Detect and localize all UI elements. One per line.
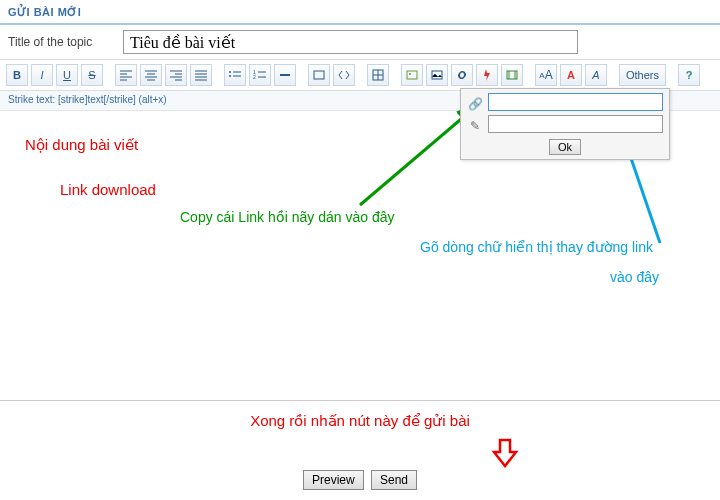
svg-point-1 [229, 75, 231, 77]
annotation-link-dl: Link download [60, 181, 156, 198]
svg-point-7 [409, 73, 411, 75]
send-button[interactable]: Send [371, 470, 417, 490]
link-popup: 🔗 ✎ Ok [460, 88, 670, 160]
red-arrow-icon [490, 438, 520, 468]
quote-button[interactable] [308, 64, 330, 86]
bold-button[interactable]: B [6, 64, 28, 86]
annotation-content: Nội dung bài viết [25, 136, 138, 154]
underline-button[interactable]: U [56, 64, 78, 86]
flash-button[interactable] [476, 64, 498, 86]
align-center-button[interactable] [140, 64, 162, 86]
strike-button[interactable]: S [81, 64, 103, 86]
footer-buttons: Preview Send [0, 470, 720, 490]
list-bullet-button[interactable] [224, 64, 246, 86]
annotation-copy: Copy cái Link hồi nãy dán vào đây [180, 209, 394, 225]
image-button[interactable] [426, 64, 448, 86]
svg-rect-4 [314, 71, 324, 79]
hr-button[interactable] [274, 64, 296, 86]
image-host-button[interactable] [401, 64, 423, 86]
align-left-button[interactable] [115, 64, 137, 86]
toolbar: B I U S 12 AA A A Others ? [0, 60, 720, 91]
annotation-type: Gõ dòng chữ hiển thị thay đường link [420, 239, 653, 255]
link-icon: 🔗 [465, 97, 485, 111]
annotation-send: Xong rồi nhấn nút này để gửi bài [0, 412, 720, 430]
panel-header: GỬI BÀI MỚI [0, 0, 720, 25]
title-row: Title of the topic [0, 25, 720, 60]
link-button[interactable] [451, 64, 473, 86]
font-family-button[interactable]: A [585, 64, 607, 86]
table-button[interactable] [367, 64, 389, 86]
svg-point-0 [229, 71, 231, 73]
align-justify-button[interactable] [190, 64, 212, 86]
title-input[interactable] [123, 30, 578, 54]
help-button[interactable]: ? [678, 64, 700, 86]
link-url-input[interactable] [488, 93, 663, 111]
preview-button[interactable]: Preview [303, 470, 364, 490]
text-icon: ✎ [465, 119, 485, 133]
others-button[interactable]: Others [619, 64, 666, 86]
popup-ok-button[interactable]: Ok [549, 139, 581, 155]
font-size-button[interactable]: AA [535, 64, 557, 86]
link-text-input[interactable] [488, 115, 663, 133]
svg-rect-6 [407, 71, 417, 79]
video-button[interactable] [501, 64, 523, 86]
italic-button[interactable]: I [31, 64, 53, 86]
font-color-button[interactable]: A [560, 64, 582, 86]
annotation-into: vào đây [610, 269, 659, 285]
list-number-button[interactable]: 12 [249, 64, 271, 86]
align-right-button[interactable] [165, 64, 187, 86]
title-label: Title of the topic [8, 35, 123, 49]
svg-text:2: 2 [253, 74, 256, 80]
code-button[interactable] [333, 64, 355, 86]
